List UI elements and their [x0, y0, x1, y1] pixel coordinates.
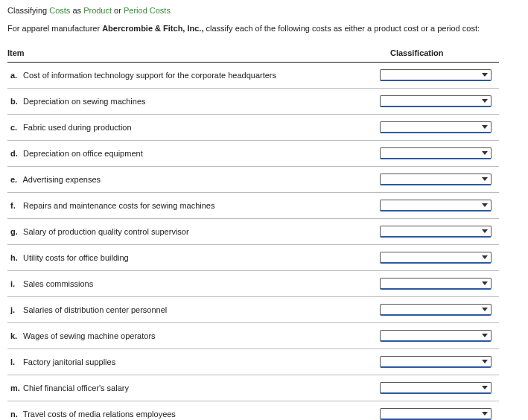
- classification-cell: [375, 166, 499, 192]
- item-cell: f. Repairs and maintenance costs for sew…: [7, 192, 375, 218]
- item-cell: i. Sales commissions: [7, 270, 375, 296]
- chevron-down-icon: [482, 151, 488, 155]
- item-marker: f.: [10, 201, 21, 210]
- table-row: f. Repairs and maintenance costs for sew…: [7, 192, 499, 218]
- table-row: m. Chief financial officer's salary: [7, 375, 499, 401]
- item-text: Depreciation on office equipment: [23, 149, 143, 158]
- chevron-down-icon: [482, 281, 488, 285]
- classification-cell: [375, 270, 499, 296]
- title-word-6: Period Costs: [124, 6, 171, 15]
- classification-cell: [375, 244, 499, 270]
- classification-cell: [375, 401, 499, 420]
- title-word-4: Product: [83, 6, 112, 15]
- item-text: Utility costs for office building: [23, 253, 129, 262]
- item-marker: a.: [10, 71, 21, 80]
- instruction-bold: Abercrombie & Fitch, Inc.,: [102, 24, 203, 33]
- title-word-1: Classifying: [7, 6, 47, 15]
- classification-cell: [375, 322, 499, 349]
- chevron-down-icon: [482, 386, 488, 389]
- item-cell: j. Salaries of distribution center perso…: [7, 296, 375, 322]
- item-cell: e. Advertising expenses: [7, 166, 375, 192]
- item-text: Salaries of distribution center personne…: [23, 305, 167, 314]
- classification-dropdown[interactable]: [380, 356, 492, 368]
- classification-cell: [375, 88, 499, 114]
- table-row: n. Travel costs of media relations emplo…: [7, 401, 499, 420]
- classification-dropdown[interactable]: [380, 382, 492, 394]
- item-marker: d.: [10, 149, 21, 158]
- item-text: Factory janitorial supplies: [23, 357, 115, 366]
- item-text: Chief financial officer's salary: [23, 384, 129, 392]
- item-cell: b. Depreciation on sewing machines: [7, 88, 375, 114]
- chevron-down-icon: [482, 177, 488, 181]
- item-text: Depreciation on sewing machines: [23, 97, 145, 106]
- item-cell: m. Chief financial officer's salary: [7, 375, 375, 401]
- item-marker: n.: [10, 410, 21, 419]
- header-item: Item: [7, 45, 375, 63]
- chevron-down-icon: [482, 308, 488, 311]
- classification-dropdown[interactable]: [380, 69, 492, 81]
- classification-dropdown[interactable]: [380, 147, 492, 159]
- classification-dropdown[interactable]: [380, 278, 492, 290]
- item-text: Advertising expenses: [22, 175, 101, 184]
- table-row: a. Cost of information technology suppor…: [7, 62, 499, 88]
- chevron-down-icon: [482, 125, 488, 129]
- table-row: i. Sales commissions: [7, 270, 499, 296]
- item-text: Wages of sewing machine operators: [23, 331, 156, 340]
- item-marker: g.: [10, 227, 21, 236]
- item-text: Sales commissions: [23, 279, 93, 288]
- classification-cell: [375, 62, 499, 88]
- classification-dropdown[interactable]: [380, 304, 492, 316]
- item-marker: c.: [10, 123, 21, 132]
- item-cell: k. Wages of sewing machine operators: [7, 322, 375, 349]
- item-marker: k.: [10, 331, 21, 340]
- page-title: Classifying Costs as Product or Period C…: [7, 6, 521, 15]
- item-cell: g. Salary of production quality control …: [7, 218, 375, 244]
- classification-dropdown[interactable]: [380, 252, 492, 264]
- classification-dropdown[interactable]: [380, 174, 492, 185]
- table-row: c. Fabric used during production: [7, 114, 499, 140]
- item-marker: i.: [10, 279, 21, 288]
- classification-dropdown[interactable]: [380, 95, 492, 107]
- table-row: e. Advertising expenses: [7, 166, 499, 192]
- table-row: k. Wages of sewing machine operators: [7, 322, 499, 349]
- item-marker: m.: [10, 384, 21, 392]
- classification-dropdown[interactable]: [380, 200, 492, 211]
- chevron-down-icon: [482, 229, 488, 233]
- item-text: Salary of production quality control sup…: [23, 227, 189, 236]
- classification-cell: [375, 218, 499, 244]
- item-text: Repairs and maintenance costs for sewing…: [23, 201, 214, 210]
- item-cell: a. Cost of information technology suppor…: [7, 62, 375, 88]
- classification-cell: [375, 192, 499, 218]
- chevron-down-icon: [482, 203, 488, 207]
- item-marker: l.: [10, 357, 21, 366]
- classification-cell: [375, 296, 499, 322]
- classification-table: Item Classification a. Cost of informati…: [7, 45, 499, 421]
- table-row: d. Depreciation on office equipment: [7, 140, 499, 166]
- classification-dropdown[interactable]: [380, 330, 492, 342]
- item-marker: h.: [10, 253, 21, 262]
- item-text: Fabric used during production: [23, 123, 132, 132]
- classification-cell: [375, 140, 499, 166]
- table-row: g. Salary of production quality control …: [7, 218, 499, 244]
- item-cell: h. Utility costs for office building: [7, 244, 375, 270]
- item-cell: c. Fabric used during production: [7, 114, 375, 140]
- item-text: Travel costs of media relations employee…: [23, 410, 176, 419]
- classification-cell: [375, 375, 499, 401]
- classification-dropdown[interactable]: [380, 121, 492, 133]
- chevron-down-icon: [482, 73, 488, 77]
- instruction-pre: For apparel manufacturer: [7, 24, 102, 33]
- classification-dropdown[interactable]: [380, 226, 492, 238]
- classification-cell: [375, 114, 499, 140]
- table-row: j. Salaries of distribution center perso…: [7, 296, 499, 322]
- classification-dropdown[interactable]: [380, 408, 492, 420]
- item-cell: d. Depreciation on office equipment: [7, 140, 375, 166]
- title-word-2: Costs: [49, 6, 70, 15]
- table-row: h. Utility costs for office building: [7, 244, 499, 270]
- chevron-down-icon: [482, 360, 488, 363]
- item-text: Cost of information technology support f…: [23, 71, 276, 80]
- item-cell: l. Factory janitorial supplies: [7, 349, 375, 375]
- instruction-text: For apparel manufacturer Abercrombie & F…: [7, 22, 521, 35]
- table-row: l. Factory janitorial supplies: [7, 349, 499, 375]
- chevron-down-icon: [482, 99, 488, 103]
- table-row: b. Depreciation on sewing machines: [7, 88, 499, 114]
